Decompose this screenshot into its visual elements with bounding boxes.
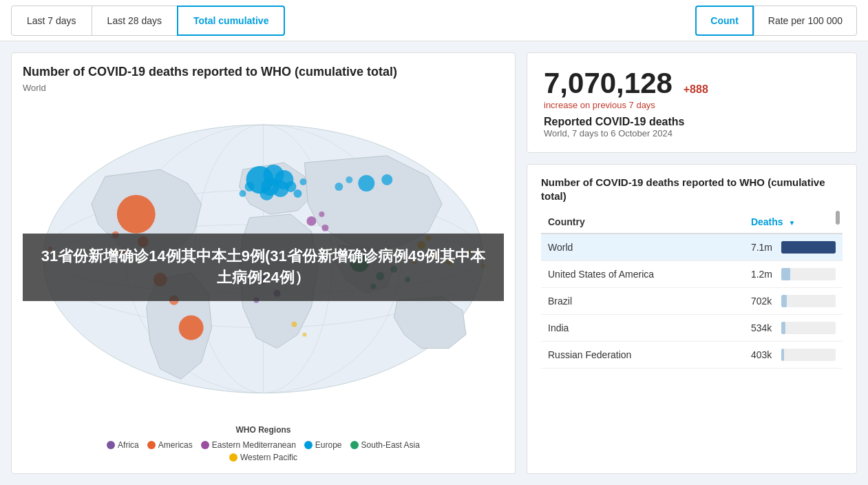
svg-point-27	[358, 175, 374, 192]
col-deaths[interactable]: Deaths ▼	[744, 211, 843, 234]
legend-label-europe: Europe	[315, 440, 342, 450]
table-cell-country: India	[541, 315, 744, 342]
main-layout: Number of COVID-19 deaths reported to WH…	[0, 41, 868, 485]
svg-point-40	[306, 216, 316, 226]
legend-title: WHO Regions	[236, 425, 291, 435]
table-wrapper: Country Deaths ▼ World7.1mUnited States …	[541, 211, 843, 462]
table-header-row: Country Deaths ▼	[541, 211, 843, 234]
scrollbar[interactable]	[836, 211, 840, 225]
stats-number-row: 7,070,128 +888	[544, 67, 840, 100]
legend-item-eastern-med: Eastern Mediterranean	[201, 440, 296, 450]
metric-group: Count Rate per 100 000	[695, 6, 857, 36]
svg-point-50	[291, 322, 297, 327]
svg-point-30	[346, 176, 352, 183]
tab-bar: Last 7 days Last 28 days Total cumulativ…	[0, 0, 868, 41]
table-row[interactable]: Russian Federation403k	[541, 342, 843, 369]
table-cell-deaths: 1.2m	[744, 261, 843, 288]
table-card-title: Number of COVID-19 deaths reported to WH…	[541, 176, 843, 203]
svg-point-21	[260, 187, 274, 200]
eastern-med-dot	[201, 441, 209, 449]
stats-meta: World, 7 days to 6 October 2024	[544, 128, 840, 138]
table-cell-country: Brazil	[541, 288, 744, 315]
legend-item-sea: South-East Asia	[350, 440, 420, 450]
tab-last-7-days[interactable]: Last 7 days	[11, 6, 92, 36]
table-cell-country: World	[541, 234, 744, 261]
americas-dot	[147, 441, 156, 449]
table-row[interactable]: World7.1m	[541, 234, 843, 261]
world-map: 31省份新增确诊14例其中本土9例(31省份新增确诊病例49例其中本土病例24例…	[23, 99, 504, 420]
overlay-banner: 31省份新增确诊14例其中本土9例(31省份新增确诊病例49例其中本土病例24例…	[23, 234, 504, 301]
table-cell-deaths: 403k	[744, 342, 843, 369]
svg-point-24	[245, 182, 255, 192]
svg-point-51	[302, 333, 306, 337]
table-row[interactable]: Brazil702k	[541, 288, 843, 315]
svg-point-9	[179, 316, 204, 340]
sort-arrow-icon: ▼	[788, 219, 795, 227]
svg-point-29	[335, 183, 343, 191]
stats-increase: +888	[684, 83, 708, 95]
sea-dot	[350, 441, 359, 449]
western-pac-dot	[229, 453, 237, 462]
map-legend: WHO Regions Africa Americas Eastern Medi…	[23, 420, 504, 462]
legend-label-eastern-med: Eastern Mediterranean	[212, 440, 296, 450]
svg-point-23	[293, 189, 301, 198]
svg-point-41	[321, 225, 328, 231]
col-country[interactable]: Country	[541, 211, 744, 234]
legend-label-sea: South-East Asia	[361, 440, 420, 450]
svg-point-25	[240, 190, 246, 197]
legend-label-americas: Americas	[158, 440, 193, 450]
svg-point-26	[299, 178, 306, 185]
tab-total-cumulative[interactable]: Total cumulative	[177, 6, 285, 36]
left-panel: Number of COVID-19 deaths reported to WH…	[11, 52, 516, 474]
legend-label-western-pac: Western Pacific	[240, 453, 297, 462]
stats-increase-label: increase on previous 7 days	[544, 100, 840, 110]
metric-rate-button[interactable]: Rate per 100 000	[754, 6, 857, 36]
legend-row-2: Western Pacific	[229, 453, 297, 462]
legend-row-1: Africa Americas Eastern Mediterranean Eu…	[107, 440, 420, 450]
left-panel-subtitle: World	[23, 83, 504, 93]
table-cell-deaths: 702k	[744, 288, 843, 315]
data-table: Country Deaths ▼ World7.1mUnited States …	[541, 211, 843, 369]
stats-number: 7,070,128	[544, 67, 673, 99]
table-cell-deaths: 534k	[744, 315, 843, 342]
legend-label-africa: Africa	[118, 440, 139, 450]
legend-item-western-pac: Western Pacific	[229, 453, 297, 462]
tab-last-28-days[interactable]: Last 28 days	[92, 6, 178, 36]
table-row[interactable]: United States of America1.2m	[541, 261, 843, 288]
metric-count-button[interactable]: Count	[695, 6, 753, 36]
legend-item-europe: Europe	[304, 440, 342, 450]
table-row[interactable]: India534k	[541, 315, 843, 342]
stats-card: 7,070,128 +888 increase on previous 7 da…	[527, 52, 857, 153]
table-cell-deaths: 7.1m	[744, 234, 843, 261]
left-panel-title: Number of COVID-19 deaths reported to WH…	[23, 64, 504, 80]
right-panel: 7,070,128 +888 increase on previous 7 da…	[527, 52, 857, 474]
africa-dot	[107, 441, 115, 449]
legend-item-americas: Americas	[147, 440, 193, 450]
stats-label: Reported COVID-19 deaths	[544, 116, 840, 128]
legend-item-africa: Africa	[107, 440, 139, 450]
table-cell-country: Russian Federation	[541, 342, 744, 369]
europe-dot	[304, 441, 313, 449]
time-tab-group: Last 7 days Last 28 days Total cumulativ…	[11, 6, 284, 36]
table-cell-country: United States of America	[541, 261, 744, 288]
table-card: Number of COVID-19 deaths reported to WH…	[527, 164, 857, 474]
svg-point-22	[285, 181, 296, 192]
svg-point-8	[117, 195, 156, 234]
svg-point-28	[381, 174, 392, 185]
svg-point-42	[319, 211, 324, 217]
